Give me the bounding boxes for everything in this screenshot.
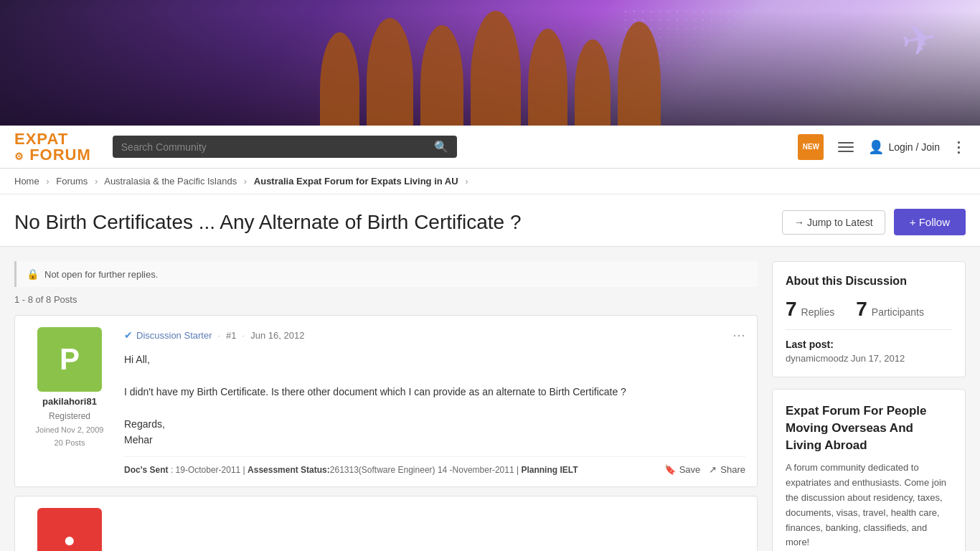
save-button[interactable]: 🔖 Save bbox=[664, 464, 701, 475]
author-posts: 20 Posts bbox=[55, 438, 85, 447]
post-body-column: ✔ Discussion Starter · #1 · Jun 16, 2012… bbox=[124, 327, 745, 475]
meta-dot-2: · bbox=[242, 330, 245, 341]
about-discussion-card: About this Discussion 7 Replies 7 Partic… bbox=[772, 261, 966, 377]
avatar: P bbox=[37, 327, 102, 392]
sidebar: About this Discussion 7 Replies 7 Partic… bbox=[772, 261, 966, 551]
silhouette-5 bbox=[528, 29, 567, 126]
logo-expat-text: EXPAT bbox=[14, 131, 91, 147]
promo-title: Expat Forum For People Moving Overseas A… bbox=[786, 402, 952, 453]
post-count: 1 - 8 of 8 Posts bbox=[14, 294, 758, 305]
breadcrumb-home[interactable]: Home bbox=[14, 176, 39, 187]
menu-line-2 bbox=[838, 146, 854, 148]
replies-stat: 7 Replies bbox=[786, 298, 834, 321]
site-logo[interactable]: EXPAT ⚙ FORUM bbox=[14, 131, 91, 163]
hamburger-menu[interactable] bbox=[835, 139, 857, 155]
breadcrumb-forums[interactable]: Forums bbox=[56, 176, 88, 187]
main-container: 🔒 Not open for further replies. 1 - 8 of… bbox=[0, 247, 980, 551]
post-body-column-2 bbox=[124, 508, 745, 551]
follow-button[interactable]: + Follow bbox=[894, 209, 966, 235]
login-join-button[interactable]: 👤 Login / Join bbox=[868, 139, 940, 155]
participants-stat: 7 Participants bbox=[856, 298, 924, 321]
silhouette-3 bbox=[420, 25, 463, 126]
share-button[interactable]: ↗ Share bbox=[709, 464, 745, 475]
post-number: #1 bbox=[226, 330, 236, 341]
breadcrumb-sep-1: › bbox=[46, 176, 49, 187]
participants-label: Participants bbox=[872, 306, 924, 318]
share-label: Share bbox=[720, 464, 745, 475]
breadcrumb-sep-3: › bbox=[244, 176, 247, 187]
post-date: Jun 16, 2012 bbox=[250, 330, 304, 341]
discussion-starter-label: Discussion Starter bbox=[136, 330, 212, 341]
post-card-2: ● bbox=[14, 496, 758, 551]
post-line-1: Hi All, bbox=[124, 352, 745, 367]
post-footer: Doc's Sent : 19-October-2011 | Assessmen… bbox=[124, 456, 745, 475]
post-text: Hi All, I didn't have my Birth Certifica… bbox=[124, 352, 745, 448]
post-line-2: I didn't have my Birth Certificate. Is t… bbox=[124, 384, 745, 400]
navbar: EXPAT ⚙ FORUM 🔍 NEW 👤 Login / Join ⋮ bbox=[0, 126, 980, 169]
breadcrumb: Home › Forums › Australasia & the Pacifi… bbox=[0, 169, 980, 194]
locked-text: Not open for further replies. bbox=[44, 269, 158, 280]
check-icon: ✔ bbox=[124, 329, 133, 341]
post-meta: ✔ Discussion Starter · #1 · Jun 16, 2012… bbox=[124, 327, 745, 343]
logo-forum-text: ⚙ FORUM bbox=[14, 147, 91, 163]
silhouette-2 bbox=[367, 18, 413, 126]
post-actions: 🔖 Save ↗ Share bbox=[664, 464, 745, 475]
participants-count: 7 bbox=[856, 298, 867, 321]
avatar-2: ● bbox=[37, 508, 102, 551]
author-column-2: ● bbox=[27, 508, 113, 551]
menu-line-1 bbox=[838, 142, 854, 143]
last-post-label: Last post: bbox=[786, 339, 952, 350]
silhouette-6 bbox=[575, 39, 611, 126]
meta-dot-1: · bbox=[217, 330, 220, 341]
user-icon: 👤 bbox=[868, 139, 884, 155]
search-input[interactable] bbox=[121, 141, 434, 153]
last-post-info: dynamicmoodz Jun 17, 2012 bbox=[786, 353, 952, 364]
new-badge[interactable]: NEW bbox=[798, 134, 824, 160]
post-card: P pakilahori81 Registered Joined Nov 2, … bbox=[14, 315, 758, 487]
nav-right: NEW 👤 Login / Join ⋮ bbox=[798, 134, 966, 160]
save-icon: 🔖 bbox=[664, 464, 676, 475]
logo-gear-icon: ⚙ bbox=[14, 151, 24, 162]
promo-desc: A forum community dedicated to expatriat… bbox=[786, 461, 952, 550]
author-column: P pakilahori81 Registered Joined Nov 2, … bbox=[27, 327, 113, 475]
replies-label: Replies bbox=[801, 306, 835, 318]
breadcrumb-region[interactable]: Australasia & the Pacific Islands bbox=[104, 176, 237, 187]
more-options-button[interactable]: ⋮ bbox=[951, 138, 966, 156]
author-name: pakilahori81 bbox=[42, 396, 97, 407]
breadcrumb-sep-4: › bbox=[465, 176, 468, 187]
silhouette-1 bbox=[320, 32, 359, 126]
header-actions: → Jump to Latest + Follow bbox=[782, 209, 966, 235]
author-role: Registered bbox=[49, 411, 90, 421]
page-header: No Birth Certificates ... Any Alternate … bbox=[0, 194, 980, 247]
silhouette-7 bbox=[618, 22, 661, 126]
discussion-starter-badge: ✔ Discussion Starter bbox=[124, 329, 212, 341]
login-label: Login / Join bbox=[888, 141, 940, 153]
post-line-4: Mehar bbox=[124, 432, 745, 448]
post-line-3: Regards, bbox=[124, 416, 745, 432]
breadcrumb-current: Australia Expat Forum for Expats Living … bbox=[254, 176, 458, 187]
author-joined: Joined Nov 2, 2009 bbox=[36, 425, 104, 434]
promo-card: Expat Forum For People Moving Overseas A… bbox=[772, 389, 966, 551]
post-more-button[interactable]: ⋯ bbox=[732, 327, 745, 343]
search-icon[interactable]: 🔍 bbox=[434, 140, 448, 154]
save-label: Save bbox=[679, 464, 701, 475]
share-icon: ↗ bbox=[709, 464, 717, 475]
sidebar-divider bbox=[786, 329, 952, 330]
menu-line-3 bbox=[838, 151, 854, 152]
banner-people bbox=[239, 11, 741, 126]
main-content: 🔒 Not open for further replies. 1 - 8 of… bbox=[14, 261, 758, 551]
silhouette-4 bbox=[471, 11, 521, 126]
stats-row: 7 Replies 7 Participants bbox=[786, 298, 952, 321]
page-title: No Birth Certificates ... Any Alternate … bbox=[14, 211, 522, 234]
replies-count: 7 bbox=[786, 298, 797, 321]
locked-notice: 🔒 Not open for further replies. bbox=[14, 261, 758, 287]
breadcrumb-sep-2: › bbox=[95, 176, 98, 187]
site-banner: ✈ bbox=[0, 0, 980, 126]
lock-icon: 🔒 bbox=[27, 268, 39, 280]
post-footer-info: Doc's Sent : 19-October-2011 | Assessmen… bbox=[124, 465, 578, 475]
about-discussion-title: About this Discussion bbox=[786, 275, 952, 288]
jump-to-latest-button[interactable]: → Jump to Latest bbox=[782, 210, 885, 235]
search-bar[interactable]: 🔍 bbox=[113, 136, 457, 158]
